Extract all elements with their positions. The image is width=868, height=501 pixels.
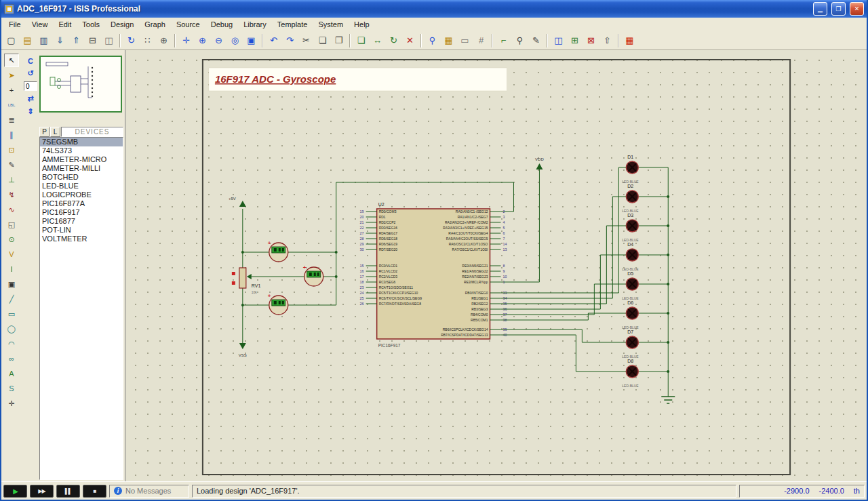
menu-item-debug[interactable]: Debug [205, 19, 238, 30]
remove-sheet-button[interactable]: ⊠ [583, 33, 599, 48]
mcu-u2[interactable]: U2 PIC16F917 19RD0/COM320RD121RD2/CCP222… [360, 202, 507, 348]
device-item-pic16877[interactable]: PIC16877 [40, 217, 123, 226]
wire-autorouter-button[interactable]: ⌐ [496, 33, 511, 48]
copy-button[interactable]: ❏ [315, 33, 330, 48]
device-item-7segsmb[interactable]: 7SEGSMB [40, 138, 123, 146]
pick-button[interactable]: P [39, 127, 50, 137]
tape-recorder-mode-tool[interactable]: ◱ [4, 218, 19, 231]
open-design-button[interactable]: ▤ [20, 33, 35, 48]
make-device-button[interactable]: ▦ [441, 33, 456, 48]
meter-1[interactable]: + [268, 240, 288, 262]
graphics-symbol-mode-tool[interactable]: S [4, 382, 19, 395]
device-item-pic16f877a[interactable]: PIC16F877A [40, 199, 123, 208]
junction-dot-mode-tool[interactable]: + [4, 83, 19, 97]
menu-item-file[interactable]: File [3, 19, 26, 30]
redo-button[interactable]: ↷ [282, 33, 298, 48]
move-block-button[interactable]: ↔ [370, 33, 385, 48]
graphics-path-mode-tool[interactable]: ∞ [4, 352, 19, 365]
import-section-button[interactable]: ⇓ [52, 33, 68, 48]
simulation-stop-button[interactable]: ■ [83, 485, 106, 498]
title-block[interactable]: 16F917 ADC - Gyroscope [209, 68, 507, 91]
graphics-box-mode-tool[interactable]: ▭ [4, 307, 19, 321]
title-bar[interactable]: ADC_16F917 - ISIS Professional ▁ ❐ ✕ [1, 0, 867, 18]
terminals-mode-tool[interactable]: ⊥ [4, 173, 19, 186]
potentiometer-rv1[interactable]: RV1 10k [232, 268, 261, 294]
meter-3[interactable]: + [268, 293, 288, 315]
generator-mode-tool[interactable]: ⊙ [4, 233, 19, 246]
current-probe-mode-tool[interactable]: I [4, 262, 19, 276]
schematic-canvas[interactable]: 16F917 ADC - Gyroscope [125, 50, 867, 481]
bus-mode-tool[interactable]: ∥ [4, 128, 19, 142]
markers-mode-tool[interactable]: ✛ [4, 397, 19, 410]
overview-minimap[interactable] [39, 56, 122, 113]
device-item-logicprobe[interactable]: LOGICPROBE [40, 191, 123, 199]
simulation-pause-button[interactable]: ▌▌ [56, 485, 80, 498]
print-design-button[interactable]: ⊟ [85, 33, 100, 48]
plus5-terminal[interactable]: +5V [229, 197, 246, 207]
device-item-74ls373[interactable]: 74LS373 [40, 146, 123, 155]
menu-item-view[interactable]: View [26, 19, 54, 30]
cut-button[interactable]: ✂ [298, 33, 314, 48]
device-item-ammeter-milli[interactable]: AMMETER-MILLI [40, 164, 123, 173]
false-origin-button[interactable]: ⊕ [156, 33, 172, 48]
vdd-terminal[interactable]: VDD [535, 157, 544, 169]
search-and-tag-button[interactable]: ⚲ [512, 33, 528, 48]
text-script-mode-tool[interactable]: ≣ [4, 113, 19, 127]
led-d2[interactable]: D2LED-BLUE [622, 184, 639, 213]
component-mode-tool[interactable]: ➤ [4, 68, 19, 82]
copy-block-button[interactable]: ❏ [353, 33, 369, 48]
meter-2[interactable]: + [303, 264, 323, 286]
graphics-arc-mode-tool[interactable]: ◠ [4, 337, 19, 350]
new-design-button[interactable]: ▢ [3, 33, 19, 48]
menu-item-tools[interactable]: Tools [77, 19, 105, 30]
library-button[interactable]: L [50, 127, 60, 137]
device-pins-mode-tool[interactable]: ↯ [4, 188, 19, 201]
mark-output-area-button[interactable]: ◫ [101, 33, 117, 48]
rotation-angle-input[interactable] [24, 81, 37, 91]
property-assignment-button[interactable]: ✎ [528, 33, 544, 48]
close-button[interactable]: ✕ [850, 2, 864, 16]
menu-item-graph[interactable]: Graph [139, 19, 171, 30]
ares-pcb-button[interactable]: ▦ [622, 33, 637, 48]
vss-terminal[interactable]: VSS [239, 343, 247, 357]
device-item-ammeter-micro[interactable]: AMMETER-MICRO [40, 155, 123, 164]
maximize-button[interactable]: ❐ [831, 2, 846, 16]
undo-button[interactable]: ↶ [266, 33, 281, 48]
led-d1[interactable]: D1LED-BLUE [622, 155, 639, 184]
packaging-tool-button[interactable]: ▭ [457, 33, 473, 48]
ground-symbol[interactable] [661, 397, 675, 403]
redraw-button[interactable]: ↻ [123, 33, 139, 48]
led-d6[interactable]: D6LED-BLUE [622, 300, 639, 329]
export-section-button[interactable]: ⇑ [68, 33, 84, 48]
zoom-area-button[interactable]: ▣ [243, 33, 259, 48]
rotate-cw-button[interactable]: C [24, 56, 37, 66]
device-item-led-blue[interactable]: LED-BLUE [40, 182, 123, 191]
menu-item-system[interactable]: System [313, 19, 349, 30]
menu-item-design[interactable]: Design [105, 19, 139, 30]
device-item-botched[interactable]: BOTCHED [40, 173, 123, 182]
led-d4[interactable]: D4LED-BLUE [622, 242, 639, 271]
led-d5[interactable]: D5LED-BLUE [622, 271, 639, 300]
center-at-cursor-button[interactable]: ✛ [178, 33, 194, 48]
device-item-voltmeter[interactable]: VOLTMETER [40, 235, 123, 243]
subcircuit-mode-tool[interactable]: ⊡ [4, 143, 19, 157]
device-item-pot-lin[interactable]: POT-LIN [40, 226, 123, 235]
new-sheet-button[interactable]: ⊞ [567, 33, 583, 48]
menu-item-library[interactable]: Library [238, 19, 272, 30]
led-d3[interactable]: D3LED-BLUE [622, 213, 639, 242]
graphics-circle-mode-tool[interactable]: ◯ [4, 322, 19, 336]
graphics-text-mode-tool[interactable]: A [4, 367, 19, 380]
wire-label-mode-tool[interactable]: LBL [4, 98, 19, 112]
menu-item-help[interactable]: Help [349, 19, 375, 30]
decompose-button[interactable]: # [473, 33, 489, 48]
menu-item-edit[interactable]: Edit [53, 19, 77, 30]
device-list[interactable]: 7SEGSMB74LS373AMMETER-MICROAMMETER-MILLI… [39, 137, 123, 480]
mirror-horizontal-button[interactable]: ⇄ [24, 94, 37, 104]
simulation-step-button[interactable]: ▶▶ [30, 485, 54, 498]
device-item-pic16f917[interactable]: PIC16F917 [40, 208, 123, 217]
rotate-block-button[interactable]: ↻ [386, 33, 401, 48]
mirror-vertical-button[interactable]: ⇕ [24, 106, 37, 117]
voltage-probe-mode-tool[interactable]: V [4, 247, 19, 261]
design-explorer-button[interactable]: ◫ [551, 33, 566, 48]
rotate-ccw-button[interactable]: ↺ [24, 68, 37, 79]
